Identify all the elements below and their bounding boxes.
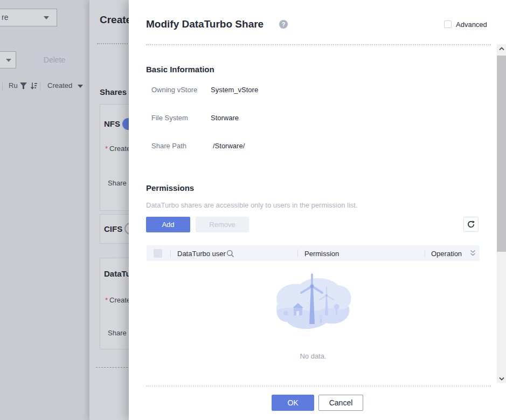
basic-information-heading: Basic Information <box>146 65 214 74</box>
scrollbar-down-button[interactable] <box>497 374 506 383</box>
file-system-label: File System <box>151 114 188 122</box>
cancel-button[interactable]: Cancel <box>318 395 363 411</box>
chevron-down-icon <box>6 59 11 62</box>
select-all-checkbox[interactable] <box>154 249 162 258</box>
refresh-button[interactable] <box>463 217 479 232</box>
shares-heading: Shares <box>100 87 127 97</box>
modal-title: Modify DataTurbo Share <box>146 18 264 30</box>
search-icon[interactable] <box>226 250 234 258</box>
required-mark: * <box>105 144 108 153</box>
column-divider <box>40 82 40 91</box>
nfs-label: NFS <box>104 119 120 128</box>
vstore-select[interactable]: re <box>0 9 57 26</box>
advanced-checkbox-label: Advanced <box>456 20 487 29</box>
share-path-label: Share Path <box>151 142 186 150</box>
nfs-share-label: Share <box>108 179 127 187</box>
dataturbo-create-field: *Create <box>105 296 130 304</box>
share-path-value: /Storware/ <box>213 142 245 150</box>
column-header-created[interactable]: Created <box>47 81 72 92</box>
column-header-permission: Permission <box>304 250 339 258</box>
chevron-down-icon <box>44 16 49 19</box>
footer-divider <box>146 385 491 387</box>
permissions-table-header: DataTurbo user Permission Operation <box>147 245 480 261</box>
ok-button[interactable]: OK <box>272 395 314 411</box>
header-divider <box>146 44 491 45</box>
dataturbo-share-label: Share <box>108 329 127 337</box>
column-header-operation: Operation <box>431 250 462 258</box>
column-header-rule[interactable]: Ru <box>9 81 18 92</box>
sort-icon[interactable] <box>30 82 38 90</box>
remove-button[interactable]: Remove <box>196 217 249 232</box>
permissions-description: DataTurbo shares are accessible only to … <box>146 201 358 209</box>
filter-icon[interactable] <box>20 82 27 89</box>
no-data-illustration <box>270 272 356 336</box>
vstore-select-value: re <box>2 13 8 22</box>
dataturbo-create-label: Create <box>109 296 130 304</box>
refresh-icon <box>467 220 475 229</box>
dataturbo-label: DataTu <box>104 269 131 278</box>
column-divider <box>425 250 425 257</box>
help-icon[interactable]: ? <box>279 20 288 29</box>
chevron-up-icon <box>499 47 504 51</box>
file-system-value: Storware <box>211 114 239 122</box>
column-divider <box>170 250 171 257</box>
modify-dataturbo-share-modal: Modify DataTurbo Share ? Advanced Basic … <box>129 0 506 420</box>
nfs-create-field: *Create <box>105 144 130 153</box>
owning-vstore-label: Owning vStore <box>151 86 197 94</box>
required-mark: * <box>105 296 108 304</box>
create-drawer-title: Create <box>100 14 131 26</box>
column-settings-chevrons-icon[interactable] <box>470 250 476 257</box>
column-divider <box>297 250 298 257</box>
split-button-stub[interactable] <box>0 51 16 68</box>
scrollbar-thumb[interactable] <box>497 56 506 252</box>
owning-vstore-value: System_vStore <box>211 86 258 94</box>
delete-button[interactable]: Delete <box>33 51 75 68</box>
empty-state: No data. <box>147 272 480 360</box>
filter-caret-icon[interactable] <box>78 85 83 88</box>
column-divider <box>2 82 3 91</box>
permissions-heading: Permissions <box>146 183 194 192</box>
no-data-text: No data. <box>147 352 480 360</box>
advanced-checkbox[interactable] <box>444 20 452 28</box>
column-header-dataturbo-user: DataTurbo user <box>177 250 226 258</box>
chevron-down-icon <box>499 377 504 381</box>
scrollbar-up-button[interactable] <box>497 44 506 53</box>
cifs-label: CIFS <box>104 224 122 233</box>
scrollbar[interactable] <box>497 44 506 383</box>
nfs-create-label: Create <box>109 144 130 153</box>
add-button[interactable]: Add <box>146 217 190 232</box>
